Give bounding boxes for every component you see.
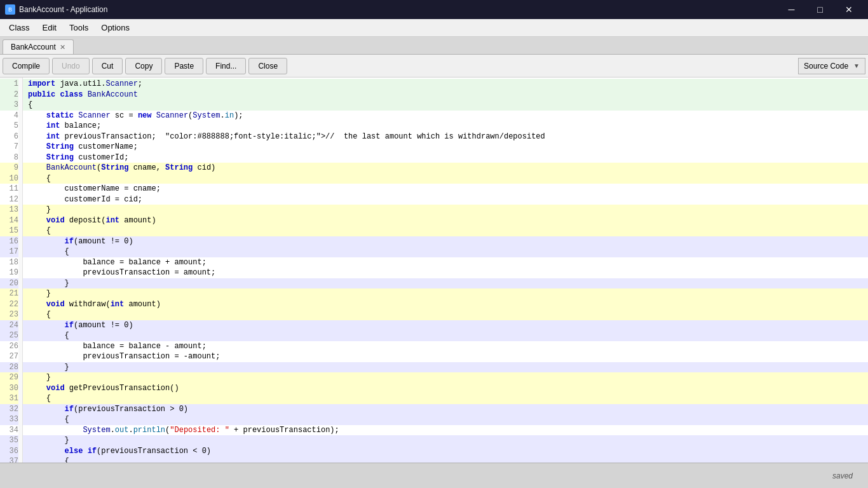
code-line: balance = balance - amount; [23, 341, 868, 352]
code-line: } [23, 288, 868, 299]
window-controls: ─ □ ✕ [777, 0, 863, 19]
paste-button[interactable]: Paste [165, 58, 203, 74]
status-bar: saved [0, 463, 868, 488]
code-line: void deposit(int amount) [23, 215, 868, 226]
close-button[interactable]: ✕ [834, 0, 863, 19]
copy-button[interactable]: Copy [125, 58, 162, 74]
code-line: { [23, 173, 868, 184]
tab-bankaccount[interactable]: BankAccount ✕ [3, 39, 74, 54]
tab-label: BankAccount [11, 43, 56, 51]
code-line: if(amount != 0) [23, 236, 868, 247]
code-line: { [23, 247, 868, 257]
code-line: System.out.println("Deposited: " + previ… [23, 425, 868, 436]
code-line: { [23, 393, 868, 404]
source-code-label: Source Code [804, 62, 848, 71]
find-button[interactable]: Find... [206, 58, 246, 74]
saved-status: saved [832, 471, 853, 480]
code-line: static Scanner sc = new Scanner(System.i… [23, 111, 868, 121]
code-line: balance = balance + amount; [23, 257, 868, 268]
code-line: import java.util.Scanner; [23, 79, 868, 90]
app-icon: B [5, 4, 15, 15]
code-line: if(previousTransaction > 0) [23, 404, 868, 415]
menu-bar: Class Edit Tools Options [0, 19, 868, 37]
title-bar: B BankAccount - Application ─ □ ✕ [0, 0, 868, 19]
menu-options[interactable]: Options [95, 20, 136, 35]
line-numbers: 1234567891011121314151617181920212223242… [0, 78, 23, 463]
code-line: previousTransaction = amount; [23, 268, 868, 278]
compile-button[interactable]: Compile [3, 58, 50, 74]
code-line: { [23, 100, 868, 111]
tab-close-icon[interactable]: ✕ [60, 43, 65, 51]
code-line: void getPreviousTransaction() [23, 383, 868, 394]
code-line: int previousTransaction; "color:#888888;… [23, 132, 868, 142]
code-line: { [23, 309, 868, 320]
code-line: String customerName; [23, 142, 868, 152]
code-line: previousTransaction = -amount; [23, 351, 868, 362]
code-line: { [23, 414, 868, 425]
title-text: BankAccount - Application [19, 5, 107, 14]
cut-button[interactable]: Cut [92, 58, 123, 74]
code-line: } [23, 278, 868, 289]
menu-tools[interactable]: Tools [63, 20, 95, 35]
restore-button[interactable]: □ [806, 0, 834, 19]
menu-class[interactable]: Class [3, 20, 36, 35]
code-line: } [23, 205, 868, 215]
code-line: int balance; [23, 121, 868, 132]
code-line: if(amount != 0) [23, 320, 868, 331]
menu-edit[interactable]: Edit [36, 20, 63, 35]
dropdown-arrow-icon: ▼ [853, 62, 860, 69]
code-line: customerId = cid; [23, 194, 868, 205]
code-line: } [23, 435, 868, 446]
code-line: { [23, 456, 868, 463]
code-line: { [23, 330, 868, 341]
code-line: } [23, 372, 868, 383]
source-code-dropdown[interactable]: Source Code ▼ [798, 58, 865, 74]
undo-button[interactable]: Undo [52, 58, 90, 74]
code-line: BankAccount(String cname, String cid) [23, 163, 868, 173]
close-file-button[interactable]: Close [248, 58, 287, 74]
minimize-button[interactable]: ─ [777, 0, 806, 19]
code-line: public class BankAccount [23, 90, 868, 100]
code-line: { [23, 226, 868, 236]
code-line: else if(previousTransaction < 0) [23, 446, 868, 457]
toolbar: Compile Undo Cut Copy Paste Find... Clos… [0, 55, 868, 78]
code-line: void withdraw(int amount) [23, 299, 868, 310]
tab-bar: BankAccount ✕ [0, 37, 868, 55]
code-line: customerName = cname; [23, 184, 868, 194]
code-line: String customerId; [23, 152, 868, 163]
editor-area: 1234567891011121314151617181920212223242… [0, 78, 868, 463]
code-line: } [23, 362, 868, 373]
code-content[interactable]: import java.util.Scanner;public class Ba… [23, 78, 868, 463]
